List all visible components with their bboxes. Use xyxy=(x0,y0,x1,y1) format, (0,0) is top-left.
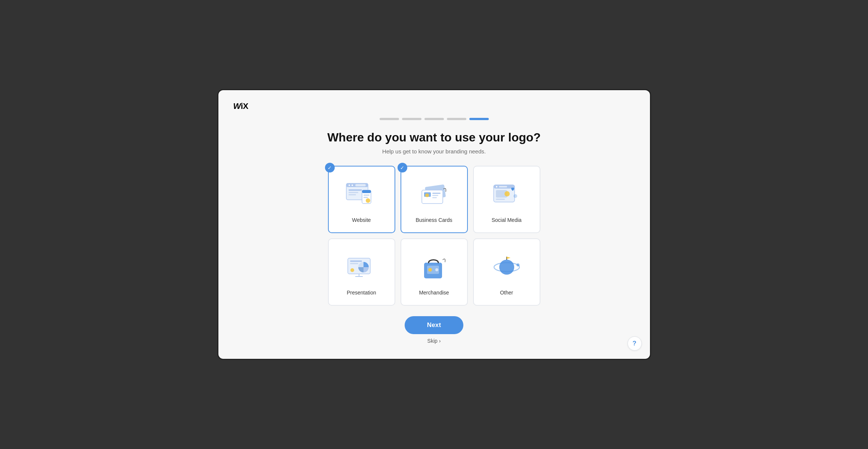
presentation-icon xyxy=(343,248,380,286)
card-presentation-label: Presentation xyxy=(347,290,376,296)
check-badge-business-cards: ✓ xyxy=(398,163,407,172)
svg-rect-10 xyxy=(364,195,369,196)
svg-point-32 xyxy=(350,268,354,272)
social-media-icon xyxy=(488,176,525,213)
skip-link[interactable]: Skip xyxy=(233,338,635,344)
card-website[interactable]: ✓ xyxy=(328,166,395,233)
card-business-cards[interactable]: ✓ Business Cards xyxy=(401,166,468,233)
check-badge-website: ✓ xyxy=(325,163,335,172)
svg-point-22 xyxy=(496,186,497,187)
card-social-media[interactable]: Social Media xyxy=(473,166,540,233)
svg-point-39 xyxy=(499,260,514,275)
svg-rect-16 xyxy=(432,193,441,194)
other-icon xyxy=(488,248,525,286)
svg-rect-18 xyxy=(432,197,437,198)
progress-step-3 xyxy=(424,118,444,120)
svg-rect-30 xyxy=(350,263,358,264)
card-merchandise[interactable]: Merchandise xyxy=(401,238,468,306)
svg-rect-25 xyxy=(496,199,505,200)
progress-bar xyxy=(233,118,635,120)
svg-marker-43 xyxy=(507,257,510,259)
svg-rect-17 xyxy=(432,195,438,196)
svg-rect-4 xyxy=(355,184,366,186)
svg-rect-6 xyxy=(349,192,358,193)
card-business-cards-label: Business Cards xyxy=(415,217,452,223)
svg-point-12 xyxy=(366,198,370,203)
page-subheading: Help us get to know your branding needs. xyxy=(233,148,635,155)
merchandise-icon xyxy=(415,248,453,286)
business-cards-icon xyxy=(415,176,453,213)
svg-point-2 xyxy=(349,184,350,186)
svg-rect-5 xyxy=(349,189,362,191)
svg-point-19 xyxy=(425,193,429,197)
options-grid: ✓ xyxy=(233,166,635,306)
svg-point-41 xyxy=(516,263,519,266)
svg-rect-9 xyxy=(362,190,371,193)
svg-point-27 xyxy=(513,194,517,198)
card-website-label: Website xyxy=(352,217,371,223)
website-icon xyxy=(343,176,380,213)
help-button[interactable]: ? xyxy=(628,336,642,351)
card-other-label: Other xyxy=(500,290,513,296)
main-screen: WiX Where do you want to use your logo? … xyxy=(217,89,651,360)
progress-step-4 xyxy=(447,118,466,120)
svg-point-37 xyxy=(428,268,432,272)
card-social-media-label: Social Media xyxy=(491,217,521,223)
svg-rect-29 xyxy=(350,260,362,262)
svg-point-38 xyxy=(435,268,438,271)
card-presentation[interactable]: Presentation xyxy=(328,238,395,306)
progress-step-5 xyxy=(469,118,489,120)
svg-rect-23 xyxy=(499,186,507,187)
progress-step-1 xyxy=(380,118,399,120)
wix-logo: WiX xyxy=(233,101,635,111)
svg-rect-11 xyxy=(364,197,368,198)
card-other[interactable]: Other xyxy=(473,238,540,306)
next-button[interactable]: Next xyxy=(405,316,464,334)
svg-rect-7 xyxy=(349,194,356,195)
card-merchandise-label: Merchandise xyxy=(419,290,449,296)
svg-point-3 xyxy=(352,184,353,186)
progress-step-2 xyxy=(402,118,421,120)
svg-point-26 xyxy=(504,191,510,196)
page-heading: Where do you want to use your logo? xyxy=(233,131,635,144)
